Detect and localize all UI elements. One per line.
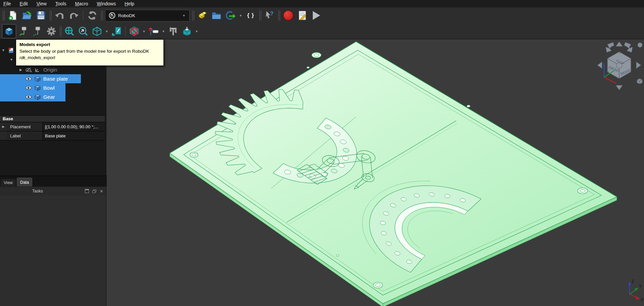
hidden-eye-icon [26, 68, 32, 72]
property-name: Label [7, 131, 43, 140]
measure-dropdown-caret[interactable]: ▾ [161, 29, 165, 34]
visible-eye-icon [26, 95, 32, 99]
toolbar-grip[interactable] [192, 10, 194, 20]
record-icon [283, 10, 294, 21]
macro-edit-button[interactable] [296, 9, 308, 22]
property-value[interactable]: [(1.00 0.00 0.00); 90.00 °;... [43, 122, 105, 131]
measure-button[interactable] [148, 25, 160, 38]
expander-open-icon[interactable]: ▼ [1, 48, 5, 52]
settings-button[interactable] [45, 25, 57, 38]
yellow-bricks-icon [197, 11, 208, 20]
navcube-arrow-down[interactable] [616, 85, 623, 90]
collision-toggle-button[interactable] [128, 25, 140, 38]
fit-all-button[interactable] [63, 25, 76, 38]
macro-record-button[interactable] [282, 9, 294, 22]
origin-axes-icon [35, 68, 41, 72]
expander-open-icon[interactable]: ▼ [9, 58, 13, 61]
menu-view[interactable]: View [37, 1, 47, 6]
robodk-logo-icon [109, 12, 115, 19]
toolbar-grip[interactable] [2, 10, 5, 20]
export-dropdown-caret[interactable]: ▾ [239, 13, 243, 18]
undo-button[interactable] [54, 9, 66, 22]
close-icon[interactable]: ✕ [100, 189, 103, 193]
property-group-header[interactable]: Base [0, 115, 105, 122]
blue-cube-icon [4, 27, 14, 36]
menu-windows[interactable]: Windows [97, 1, 116, 6]
toolbar-grip[interactable] [278, 10, 280, 20]
view-cube-button[interactable] [91, 25, 103, 38]
macro-play-button[interactable] [310, 9, 323, 22]
navcube-arrow-up[interactable] [616, 42, 623, 46]
expander-closed-icon[interactable]: ▶ [2, 125, 5, 128]
property-row-label[interactable]: Label Base plate [0, 131, 105, 140]
edit-panel-button[interactable] [110, 25, 122, 38]
curve-follow-button[interactable] [18, 25, 30, 38]
tooltip-command: rdk_models_export [19, 55, 160, 60]
navcube-arrow-left[interactable] [597, 62, 602, 69]
folder-button[interactable] [210, 9, 222, 22]
navcube-perspective-toggle[interactable] [638, 43, 642, 47]
refresh-button[interactable] [86, 9, 98, 22]
new-file-icon [8, 10, 17, 20]
dictionary-button[interactable]: { } [245, 9, 257, 22]
new-file-button[interactable] [7, 9, 19, 22]
dock-icon[interactable] [85, 189, 89, 193]
toolbar-grip[interactable] [49, 10, 52, 20]
tree-row-bowl[interactable]: Bowl [0, 83, 106, 92]
3d-viewport[interactable] [106, 39, 644, 306]
curve-follow-points-button[interactable] [32, 25, 44, 38]
zoom-selection-button[interactable] [77, 25, 89, 38]
models-export-button[interactable] [2, 24, 16, 38]
axis-indicator: Z Y X [624, 279, 644, 305]
import-box-icon [182, 26, 192, 36]
open-file-button[interactable] [21, 9, 33, 22]
menu-tools[interactable]: Tools [55, 1, 66, 6]
navcube-cube[interactable]: TOP FRONT RIGHT [607, 52, 631, 79]
menu-edit[interactable]: Edit [20, 1, 28, 6]
expander-closed-icon[interactable]: ▶ [19, 68, 23, 72]
zoom-arrow-icon [78, 26, 88, 36]
export-arrow-icon [226, 11, 236, 20]
whats-this-button[interactable]: ? [263, 9, 276, 22]
workbench-selector[interactable]: RoboDK ▾ [105, 10, 190, 21]
tab-data[interactable]: Data [17, 178, 32, 186]
toolbar-grip[interactable] [259, 10, 261, 20]
cad-model-base-plate[interactable] [170, 42, 617, 306]
blue-folder-icon [211, 11, 221, 20]
caliper-button[interactable] [167, 25, 179, 38]
tab-view[interactable]: View [1, 179, 16, 186]
workbench-part-button[interactable] [196, 9, 208, 22]
toolbar-grip[interactable] [59, 26, 62, 36]
import-dropdown-caret[interactable]: ▾ [195, 29, 199, 34]
menu-help[interactable]: Help [125, 1, 134, 6]
menu-macro[interactable]: Macro [75, 1, 88, 6]
float-icon[interactable] [92, 189, 96, 193]
navcube-rotate-cw[interactable] [624, 42, 633, 52]
edit-panel-icon [111, 26, 121, 36]
pin-curve-icon [19, 26, 29, 36]
navcube-mini-cube[interactable] [637, 79, 642, 84]
play-icon [313, 11, 320, 20]
redo-button[interactable] [68, 9, 80, 22]
tree-row-origin[interactable]: ▶ Origin [0, 65, 106, 74]
import-object-button[interactable] [181, 25, 193, 38]
tree-row-base-plate[interactable]: Base plate [0, 74, 106, 83]
property-row-placement[interactable]: ▶ Placement [(1.00 0.00 0.00); 90.00 °;.… [0, 122, 105, 131]
tree-item-label: Bowl [43, 85, 55, 91]
visible-eye-icon [26, 86, 32, 90]
export-button[interactable] [225, 9, 237, 22]
properties-panel: Base ▶ Placement [(1.00 0.00 0.00); 90.0… [0, 115, 105, 140]
save-button[interactable] [35, 9, 47, 22]
tooltip-description: Select the body or part from the model t… [19, 49, 160, 54]
navigation-cube[interactable]: TOP FRONT RIGHT [595, 40, 644, 93]
collision-dropdown-caret[interactable]: ▾ [142, 29, 146, 34]
solid-cube-icon [35, 94, 41, 100]
property-value[interactable]: Base plate [43, 131, 105, 140]
toolbar-grip[interactable] [100, 10, 103, 20]
property-name: Placement [7, 122, 43, 131]
navcube-rotate-ccw[interactable] [606, 42, 614, 52]
tree-row-gear[interactable]: Gear [0, 92, 106, 101]
navcube-arrow-right[interactable] [636, 62, 641, 69]
view-cube-dropdown-caret[interactable]: ▾ [105, 29, 109, 34]
menu-file[interactable]: File [3, 1, 11, 6]
